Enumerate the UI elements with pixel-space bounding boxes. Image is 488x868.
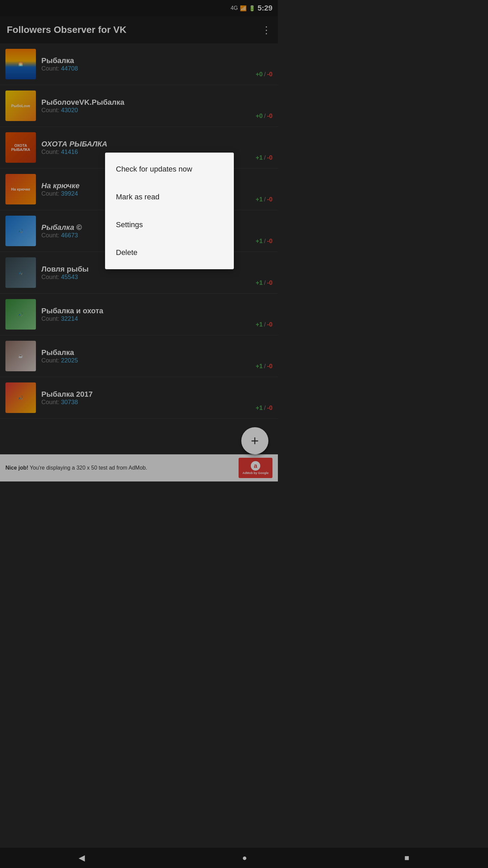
menu-item-check-updates[interactable]: Check for updates now: [105, 155, 234, 183]
menu-item-delete[interactable]: Delete: [105, 239, 234, 267]
context-menu: Check for updates nowMark as readSetting…: [105, 153, 234, 269]
menu-item-settings[interactable]: Settings: [105, 211, 234, 239]
menu-item-mark-read[interactable]: Mark as read: [105, 183, 234, 211]
